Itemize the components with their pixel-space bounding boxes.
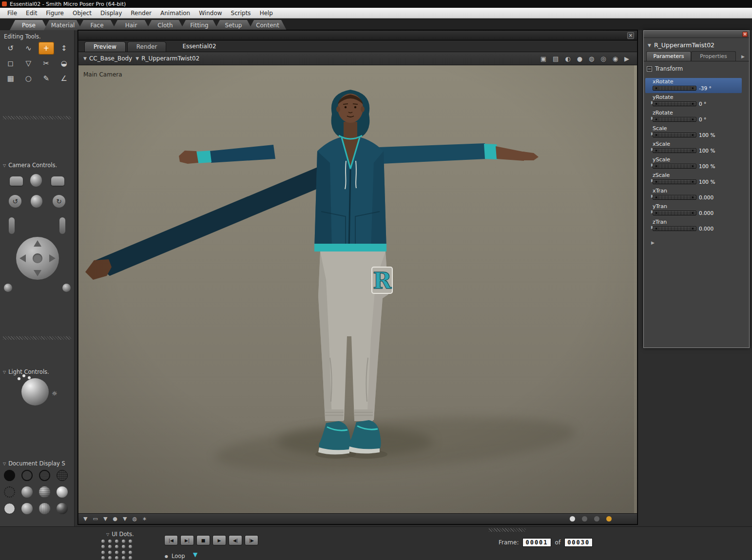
light-sphere-control[interactable] — [21, 378, 49, 406]
menu-object[interactable]: Object — [68, 9, 96, 18]
parameters-close-button[interactable]: × — [742, 32, 748, 37]
document-close-button[interactable]: × — [627, 32, 634, 39]
transform-section-header[interactable]: − Transform — [644, 61, 749, 74]
dial-slider[interactable] — [653, 226, 696, 231]
tab-hair[interactable]: Hair — [112, 20, 150, 30]
dial-yscale[interactable]: yScale 100 % ▶ — [644, 156, 749, 172]
ui-dot[interactable] — [122, 556, 125, 560]
dial-value[interactable]: 0.000 — [699, 194, 713, 200]
ui-dot[interactable] — [108, 551, 112, 554]
camera-head-icon[interactable] — [30, 174, 42, 187]
style-silhouette-icon[interactable] — [4, 470, 15, 481]
dial-zrotate[interactable]: zRotate 0 ° ▶ — [644, 109, 749, 125]
shadow-toggle-icon[interactable]: ● — [577, 55, 582, 62]
direct-manipulation-tool[interactable]: ∠ — [57, 72, 72, 85]
ui-dot[interactable] — [115, 545, 118, 548]
dial-yrotate[interactable]: yRotate 0 ° ▶ — [644, 94, 749, 109]
style-litwireframe-icon[interactable] — [4, 486, 15, 498]
camera-move-hand-left-icon[interactable] — [10, 176, 23, 186]
color-tool[interactable]: ◒ — [57, 57, 72, 70]
rotate-tool[interactable]: ↺ — [3, 42, 19, 55]
actor-selector[interactable]: ▼ R_UpperarmTwist02 — [135, 55, 199, 62]
camera-dolly-right-control[interactable] — [59, 217, 65, 234]
page-dot-icon[interactable] — [570, 516, 575, 521]
document-window-titlebar[interactable]: × — [78, 31, 637, 40]
tab-preview[interactable]: Preview — [84, 41, 126, 52]
dial-value[interactable]: 100 % — [699, 163, 715, 169]
style-flat-shaded-icon[interactable] — [21, 486, 33, 498]
page-dot-icon[interactable] — [606, 516, 612, 521]
light-indicator-dot[interactable] — [22, 374, 25, 377]
dial-zscale[interactable]: zScale 100 % ▶ — [644, 172, 749, 187]
timeline-scrubber-icon[interactable]: ▼ — [193, 551, 197, 558]
collision-toggle-icon[interactable]: ◍ — [589, 55, 594, 62]
dial-slider[interactable] — [653, 211, 696, 215]
ui-dot[interactable] — [122, 540, 125, 543]
figure-selector[interactable]: ▼ CC_Base_Body — [83, 55, 132, 62]
dial-value[interactable]: 100 % — [699, 132, 715, 138]
camera-preset-ball-right[interactable] — [62, 284, 71, 292]
style-cartoon-icon[interactable] — [57, 486, 68, 498]
dial-slider[interactable] — [653, 148, 696, 153]
camera-preset-ball-left[interactable] — [4, 284, 12, 292]
menu-display[interactable]: Display — [96, 9, 126, 18]
ui-dot[interactable] — [129, 556, 132, 560]
tab-content[interactable]: Content — [249, 20, 287, 30]
grouping-tool[interactable]: ▦ — [3, 72, 19, 85]
dial-value[interactable]: 0.000 — [699, 226, 713, 232]
dial-xscale[interactable]: xScale 100 % ▶ — [644, 140, 749, 156]
smooth-shading-icon[interactable]: ◎ — [600, 55, 606, 62]
dial-value[interactable]: 100 % — [699, 148, 715, 154]
style-hiddenline-icon[interactable] — [57, 470, 68, 481]
style-outline-icon[interactable] — [21, 470, 33, 481]
menu-window[interactable]: Window — [194, 9, 226, 18]
tab-face[interactable]: Face — [78, 20, 116, 30]
ui-dot[interactable] — [115, 551, 118, 554]
ui-dot[interactable] — [108, 556, 112, 560]
camera-face-icon[interactable] — [31, 195, 42, 208]
taper-tool[interactable]: ▽ — [21, 57, 37, 70]
ui-dot[interactable] — [122, 545, 125, 548]
step-forward-button[interactable]: |▶ — [245, 535, 258, 545]
style-ball-icon[interactable]: ● — [113, 516, 117, 522]
style-menu-icon[interactable]: ▼ — [123, 516, 127, 522]
document-display-header[interactable]: ▽ Document Display S — [3, 460, 65, 467]
dial-xtran[interactable]: xTran 0.000 ▶ — [644, 187, 749, 203]
ui-dot[interactable] — [101, 556, 105, 560]
tab-overflow-arrow-icon[interactable]: ▶ — [739, 52, 747, 61]
menu-animation[interactable]: Animation — [156, 9, 194, 18]
camera-dolly-left-control[interactable] — [9, 217, 15, 234]
page-dot-icon[interactable] — [594, 516, 599, 521]
tab-parameters[interactable]: Parameters — [646, 51, 691, 61]
morphing-tool[interactable]: ✎ — [39, 72, 54, 85]
camera-rotate-right-icon[interactable]: ↻ — [53, 195, 65, 208]
chain-break-tool[interactable]: ✂ — [39, 57, 54, 70]
dial-value[interactable]: -39 ° — [699, 85, 712, 91]
menu-scripts[interactable]: Scripts — [227, 9, 255, 18]
menu-file[interactable]: File — [3, 9, 21, 18]
camera-view-icon[interactable]: ▣ — [540, 55, 546, 62]
ui-dot[interactable] — [129, 540, 132, 543]
dial-xrotate[interactable]: xRotate -39 ° ▶ — [644, 78, 749, 94]
stop-button[interactable]: ■ — [196, 535, 210, 545]
ui-dot[interactable] — [108, 540, 112, 543]
style-smooth-lined-icon[interactable] — [39, 503, 50, 514]
style-cartoon-lined-icon[interactable] — [4, 503, 15, 514]
menu-render[interactable]: Render — [126, 9, 156, 18]
ui-dot[interactable] — [101, 540, 105, 543]
light-indicator-dot[interactable] — [28, 376, 31, 379]
menu-help[interactable]: Help — [255, 9, 277, 18]
light-controls-header[interactable]: ▽ Light Controls. — [3, 368, 49, 375]
frame-total-input[interactable]: 00030 — [564, 538, 593, 547]
dial-menu-arrow-icon[interactable]: ▶ — [651, 240, 655, 245]
dial-slider[interactable] — [653, 86, 696, 91]
camera-select-icon[interactable]: ▼ — [103, 516, 107, 522]
pane-layout-icon[interactable]: ▭ — [93, 516, 97, 522]
dial-slider[interactable] — [653, 101, 696, 106]
dial-ztran[interactable]: zTran 0.000 ▶ — [644, 218, 749, 234]
ui-dot[interactable] — [108, 545, 112, 548]
frame-current-input[interactable]: 00001 — [522, 538, 551, 547]
hardware-render-icon[interactable]: ◉ — [613, 55, 618, 62]
dial-slider[interactable] — [653, 117, 696, 122]
tab-fitting[interactable]: Fitting — [180, 20, 218, 30]
